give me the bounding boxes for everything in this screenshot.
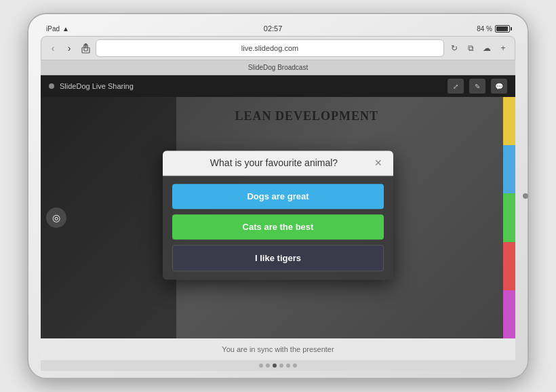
poll-option-tigers[interactable]: I like tigers: [172, 245, 384, 271]
tab-bar: SlideDog Broadcast: [41, 60, 515, 75]
dot-5: [286, 364, 290, 368]
slidedog-logo: [49, 83, 54, 89]
slidedog-header: SlideDog Live Sharing ⤢ ✎ 💬: [41, 75, 515, 97]
plus-icon[interactable]: +: [497, 42, 509, 54]
chat-icon[interactable]: 💬: [491, 79, 507, 94]
status-left: iPad ▲: [46, 25, 69, 33]
poll-close-button[interactable]: ✕: [374, 157, 382, 168]
forward-button[interactable]: ›: [63, 42, 75, 54]
battery-icon: [495, 25, 510, 33]
status-right: 84 %: [477, 25, 510, 33]
battery-percent: 84 %: [477, 25, 492, 33]
address-bar[interactable]: live.slidedog.com: [96, 39, 444, 57]
slidedog-header-right: ⤢ ✎ 💬: [448, 79, 507, 94]
tabs-icon[interactable]: ⧉: [464, 42, 477, 54]
dot-1: [259, 364, 263, 368]
dot-6: [293, 364, 297, 368]
device-label: iPad: [46, 25, 60, 33]
browser-right-icons: ↻ ⧉ ☁ +: [448, 42, 509, 54]
edit-icon[interactable]: ✎: [469, 79, 485, 94]
cloud-icon[interactable]: ☁: [481, 42, 493, 54]
strip-blue: [503, 145, 515, 193]
dot-3: [273, 364, 277, 368]
wifi-icon: ▲: [62, 25, 69, 33]
back-button[interactable]: ‹: [47, 42, 59, 54]
dot-2: [266, 364, 270, 368]
url-text: live.slidedog.com: [241, 44, 298, 52]
color-strips: [503, 97, 515, 338]
browser-chrome: ‹ › live.slidedog.com ↻ ⧉ ☁ +: [41, 36, 515, 60]
presentation-area: LEAN DEVELOPMENT ◎ What is your favourit…: [41, 97, 515, 338]
refresh-icon[interactable]: ↻: [448, 42, 460, 54]
poll-modal: What is your favourite animal? ✕ Dogs ar…: [163, 151, 393, 279]
clock: 02:57: [264, 24, 283, 33]
slide-heading: LEAN DEVELOPMENT: [235, 109, 379, 123]
browser-content: SlideDog Live Sharing ⤢ ✎ 💬 LEAN DEVELOP…: [41, 75, 515, 371]
sync-bar: You are in sync with the presenter: [41, 338, 515, 360]
strip-red: [503, 242, 515, 290]
poll-option-cats[interactable]: Cats are the best: [172, 214, 384, 239]
slidedog-title: SlideDog Live Sharing: [60, 82, 134, 90]
status-bar: iPad ▲ 02:57 84 %: [41, 21, 515, 36]
right-side-dot: [523, 193, 528, 199]
poll-option-dogs[interactable]: Dogs are great: [172, 184, 384, 209]
dot-indicators: [41, 360, 515, 371]
expand-icon[interactable]: ⤢: [448, 79, 464, 94]
strip-green: [503, 193, 515, 241]
tab-label: SlideDog Broadcast: [248, 64, 308, 71]
strip-purple: [503, 290, 515, 338]
poll-header: What is your favourite animal? ✕: [163, 151, 393, 176]
sync-text: You are in sync with the presenter: [222, 345, 334, 353]
poll-question: What is your favourite animal?: [174, 157, 374, 168]
scroll-indicator: ◎: [46, 208, 66, 228]
poll-options: Dogs are great Cats are the best I like …: [163, 176, 393, 279]
share-button[interactable]: [79, 42, 92, 54]
strip-yellow: [503, 97, 515, 145]
dot-4: [279, 364, 283, 368]
tablet-shell: iPad ▲ 02:57 84 % ‹ › live.slidedog.com …: [27, 13, 529, 379]
